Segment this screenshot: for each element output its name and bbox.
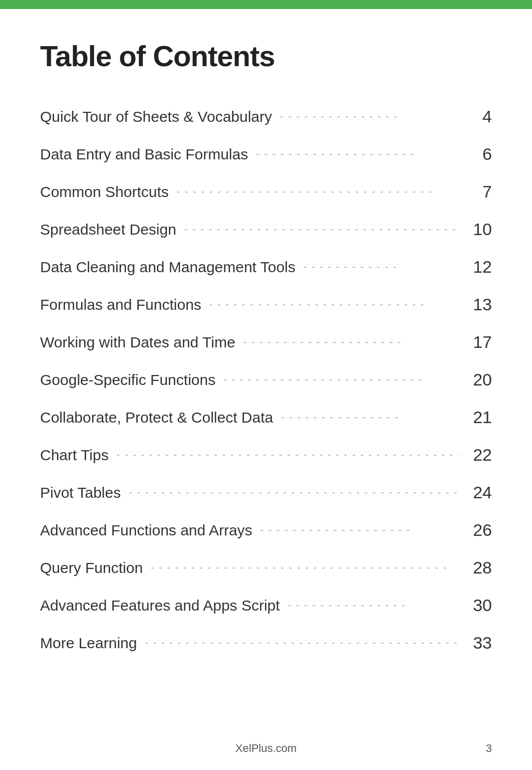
toc-item[interactable]: Working with Dates and Time- - - - - - -… xyxy=(40,323,492,361)
toc-label: Google-Specific Functions xyxy=(40,371,215,389)
toc-item[interactable]: Query Function- - - - - - - - - - - - - … xyxy=(40,549,492,587)
toc-dots: - - - - - - - - - - - - xyxy=(304,261,459,273)
toc-dots: - - - - - - - - - - - - - - - xyxy=(288,600,459,611)
toc-label: Pivot Tables xyxy=(40,484,121,501)
toc-label: Formulas and Functions xyxy=(40,296,201,313)
toc-label: More Learning xyxy=(40,635,137,652)
toc-page-number: 22 xyxy=(467,445,492,465)
footer-page-number: 3 xyxy=(486,742,492,755)
toc-dots: - - - - - - - - - - - - - - - xyxy=(280,111,459,122)
toc-label: Advanced Functions and Arrays xyxy=(40,522,252,539)
toc-page-number: 6 xyxy=(467,144,492,164)
toc-dots: - - - - - - - - - - - - - - - - - - - - … xyxy=(145,637,459,649)
toc-label: Common Shortcuts xyxy=(40,183,169,201)
toc-page-number: 10 xyxy=(467,220,492,239)
toc-label: Spreadsheet Design xyxy=(40,221,176,238)
toc-page-number: 21 xyxy=(467,408,492,427)
toc-dots: - - - - - - - - - - - - - - - - - - - - xyxy=(243,336,459,348)
toc-page-number: 30 xyxy=(467,596,492,615)
toc-label: Advanced Features and Apps Script xyxy=(40,597,280,614)
footer-site: XelPlus.com xyxy=(0,742,532,755)
toc-item[interactable]: Common Shortcuts- - - - - - - - - - - - … xyxy=(40,173,492,211)
toc-page-number: 20 xyxy=(467,370,492,390)
toc-item[interactable]: Pivot Tables- - - - - - - - - - - - - - … xyxy=(40,474,492,511)
toc-page-number: 17 xyxy=(467,332,492,352)
toc-item[interactable]: Formulas and Functions- - - - - - - - - … xyxy=(40,286,492,323)
toc-dots: - - - - - - - - - - - - - - - - - - - xyxy=(260,524,459,536)
toc-dots: - - - - - - - - - - - - - - - - - - - - … xyxy=(209,299,459,310)
toc-dots: - - - - - - - - - - - - - - - - - - - - … xyxy=(223,374,459,386)
toc-page-number: 7 xyxy=(467,182,492,202)
toc-dots: - - - - - - - - - - - - - - - - - - - - … xyxy=(184,224,459,235)
toc-page-number: 33 xyxy=(467,633,492,653)
toc-list: Quick Tour of Sheets & Vocabulary- - - -… xyxy=(40,98,492,662)
page-container: Table of Contents Quick Tour of Sheets &… xyxy=(0,9,532,692)
toc-page-number: 4 xyxy=(467,107,492,126)
toc-item[interactable]: Data Entry and Basic Formulas- - - - - -… xyxy=(40,135,492,173)
toc-item[interactable]: More Learning- - - - - - - - - - - - - -… xyxy=(40,624,492,662)
toc-label: Collaborate, Protect & Collect Data xyxy=(40,409,273,426)
toc-item[interactable]: Chart Tips- - - - - - - - - - - - - - - … xyxy=(40,436,492,474)
toc-dots: - - - - - - - - - - - - - - - - - - - - … xyxy=(151,562,459,573)
toc-label: Data Cleaning and Management Tools xyxy=(40,259,296,276)
toc-label: Quick Tour of Sheets & Vocabulary xyxy=(40,108,272,125)
toc-dots: - - - - - - - - - - - - - - - xyxy=(281,412,459,423)
top-bar xyxy=(0,0,532,9)
toc-item[interactable]: Advanced Features and Apps Script- - - -… xyxy=(40,587,492,624)
toc-label: Chart Tips xyxy=(40,447,109,464)
toc-page-number: 12 xyxy=(467,257,492,277)
toc-item[interactable]: Advanced Functions and Arrays- - - - - -… xyxy=(40,511,492,549)
toc-item[interactable]: Google-Specific Functions- - - - - - - -… xyxy=(40,361,492,399)
toc-label: Working with Dates and Time xyxy=(40,334,235,351)
toc-dots: - - - - - - - - - - - - - - - - - - - - … xyxy=(129,487,459,498)
toc-page-number: 26 xyxy=(467,520,492,540)
toc-page-number: 28 xyxy=(467,558,492,578)
toc-page-number: 24 xyxy=(467,483,492,502)
toc-item[interactable]: Spreadsheet Design- - - - - - - - - - - … xyxy=(40,211,492,248)
page-title: Table of Contents xyxy=(40,39,492,73)
toc-label: Query Function xyxy=(40,559,143,576)
toc-dots: - - - - - - - - - - - - - - - - - - - - … xyxy=(117,449,459,461)
toc-item[interactable]: Quick Tour of Sheets & Vocabulary- - - -… xyxy=(40,98,492,135)
footer: XelPlus.com 3 xyxy=(0,742,532,755)
toc-dots: - - - - - - - - - - - - - - - - - - - - xyxy=(256,148,459,160)
toc-page-number: 13 xyxy=(467,295,492,314)
toc-item[interactable]: Collaborate, Protect & Collect Data- - -… xyxy=(40,399,492,436)
toc-label: Data Entry and Basic Formulas xyxy=(40,146,248,163)
toc-dots: - - - - - - - - - - - - - - - - - - - - … xyxy=(177,186,459,198)
toc-item[interactable]: Data Cleaning and Management Tools- - - … xyxy=(40,248,492,286)
